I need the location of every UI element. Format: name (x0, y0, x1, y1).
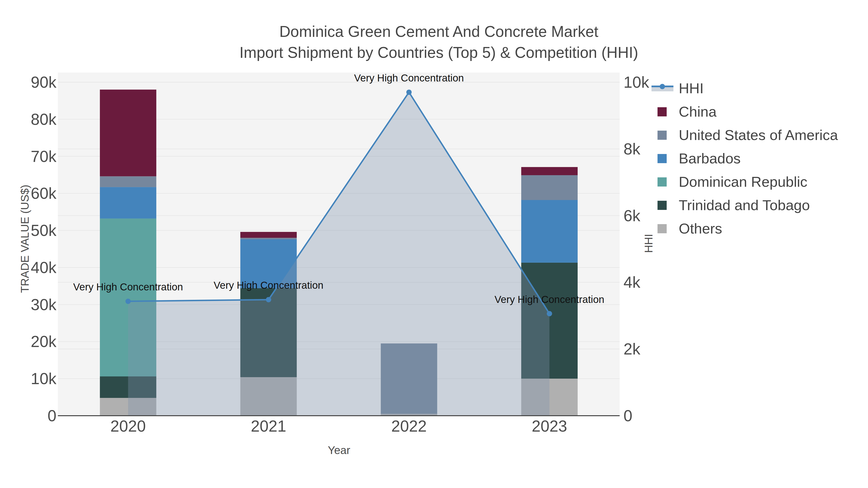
legend-swatch-dominican-republic (657, 177, 667, 187)
legend-swatch-united-states-of-america (657, 131, 667, 140)
hhi-marker-2021[interactable] (266, 297, 271, 302)
y-right-tick-0: 0 (623, 407, 632, 425)
hhi-marker-swatch-dot (660, 84, 665, 89)
y-right-tick-6k: 6k (623, 207, 641, 225)
y-left-tick-60k: 60k (31, 184, 57, 202)
legend-label-barbados: Barbados (679, 150, 741, 167)
chart-title-line1: Dominica Green Cement And Concrete Marke… (240, 21, 638, 42)
x-axis-title: Year (328, 444, 350, 457)
legend-label-others: Others (679, 220, 722, 237)
x-tick-2021: 2021 (251, 417, 286, 435)
legend-swatch-trinidad-and-tobago (657, 201, 667, 210)
annotation-very-high-concentration-2020: Very High Concentration (73, 281, 183, 293)
legend-swatch-others (657, 224, 667, 233)
bar-china-2020[interactable] (100, 90, 156, 176)
bar-china-2023[interactable] (521, 167, 578, 175)
y-right-tick-2k: 2k (623, 340, 641, 358)
legend-swatch-china (657, 107, 667, 117)
bar-china-2021[interactable] (240, 232, 297, 238)
y-left-tick-50k: 50k (31, 222, 57, 239)
bar-united-states-of-america-2020[interactable] (100, 176, 156, 187)
bar-united-states-of-america-2023[interactable] (521, 175, 578, 200)
legend-item-others[interactable]: Others (651, 217, 838, 240)
x-tick-2022: 2022 (391, 417, 427, 435)
x-tick-2023: 2023 (532, 417, 567, 435)
legend-item-united-states-of-america[interactable]: United States of America (651, 123, 838, 147)
y-right-tick-10k: 10k (623, 73, 649, 91)
figure: Dominica Green Cement And Concrete Marke… (0, 0, 868, 488)
legend-item-dominican-republic[interactable]: Dominican Republic (651, 170, 838, 194)
legend-label-china: China (679, 103, 717, 120)
x-tick-2020: 2020 (111, 417, 146, 435)
hhi-line-swatch (651, 84, 674, 93)
y-left-tick-90k: 90k (31, 73, 57, 91)
bar-barbados-2020[interactable] (100, 187, 156, 219)
y-right-tick-4k: 4k (623, 273, 641, 291)
chart-title: Dominica Green Cement And Concrete Marke… (240, 21, 638, 63)
chart-canvas: Very High ConcentrationVery High Concent… (0, 0, 868, 488)
bar-united-states-of-america-2021[interactable] (240, 238, 297, 239)
hhi-marker-2020[interactable] (125, 299, 131, 304)
annotation-very-high-concentration-2023: Very High Concentration (495, 294, 604, 305)
y-left-tick-80k: 80k (31, 110, 57, 128)
y-left-tick-10k: 10k (31, 370, 57, 388)
hhi-marker-2023[interactable] (547, 311, 552, 317)
hhi-marker-2022[interactable] (406, 90, 411, 95)
legend-label-united-states-of-america: United States of America (679, 127, 838, 143)
legend-label-trinidad-and-tobago: Trinidad and Tobago (679, 197, 810, 214)
y-right-tick-8k: 8k (623, 140, 641, 158)
legend-swatch-barbados (657, 154, 667, 163)
y-axis-title-left: TRADE VALUE (US$) (18, 185, 31, 293)
y-left-tick-40k: 40k (31, 259, 57, 276)
legend-label-hhi: HHI (679, 80, 704, 97)
legend-item-barbados[interactable]: Barbados (651, 147, 838, 170)
chart-title-line2: Import Shipment by Countries (Top 5) & C… (240, 42, 638, 63)
y-left-tick-70k: 70k (31, 148, 57, 165)
annotation-very-high-concentration-2021: Very High Concentration (214, 280, 323, 291)
y-left-tick-30k: 30k (31, 296, 57, 314)
legend-item-trinidad-and-tobago[interactable]: Trinidad and Tobago (651, 194, 838, 217)
legend-label-dominican-republic: Dominican Republic (679, 173, 807, 190)
legend-item-hhi[interactable]: HHI (651, 77, 838, 100)
y-left-tick-0: 0 (48, 407, 56, 425)
annotation-very-high-concentration-2022: Very High Concentration (354, 72, 464, 84)
legend-item-china[interactable]: China (651, 100, 838, 123)
legend: HHIChinaUnited States of AmericaBarbados… (651, 77, 838, 240)
y-left-tick-20k: 20k (31, 332, 57, 350)
bar-barbados-2023[interactable] (521, 200, 578, 263)
